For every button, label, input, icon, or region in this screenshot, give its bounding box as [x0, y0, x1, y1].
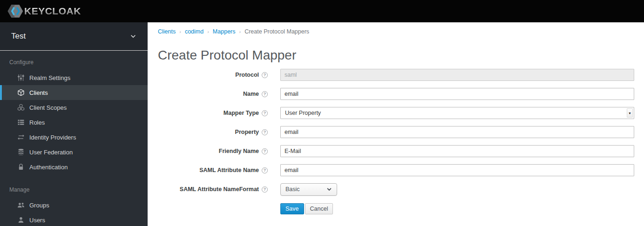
form-row-saml-attribute-name: SAML Attribute Name ?: [158, 164, 644, 176]
help-icon[interactable]: ?: [262, 186, 268, 193]
main-content: Clients › codimd › Mappers › Create Prot…: [148, 22, 644, 226]
top-bar: KEYCLOAK: [0, 0, 644, 22]
protocol-input: [280, 69, 634, 81]
help-icon[interactable]: ?: [262, 148, 268, 154]
select-arrow-icon: ▼: [627, 108, 633, 118]
friendly-name-input[interactable]: [280, 145, 634, 157]
breadcrumb-separator: ›: [239, 29, 241, 34]
sidebar-item-label: Roles: [29, 119, 45, 126]
sidebar-item-clients[interactable]: Clients: [0, 85, 148, 100]
friendly-name-label: Friendly Name ?: [158, 148, 280, 154]
realm-selector[interactable]: Test: [0, 22, 148, 51]
form-row-name: Name ?: [158, 88, 644, 100]
database-icon: [17, 148, 25, 156]
form-row-friendly-name: Friendly Name ?: [158, 145, 644, 157]
sidebar-item-label: Client Scopes: [29, 104, 67, 111]
mapper-type-label: Mapper Type ?: [158, 110, 280, 116]
cube-icon: [17, 89, 25, 96]
sidebar-item-label: User Federation: [29, 149, 73, 156]
sidebar-item-label: Groups: [29, 202, 49, 209]
sidebar-item-label: Authentication: [29, 164, 68, 171]
sidebar-item-label: Realm Settings: [29, 74, 70, 81]
breadcrumb-clients-link[interactable]: Clients: [158, 28, 176, 35]
sidebar-item-label: Identity Providers: [29, 134, 76, 141]
property-label: Property ?: [158, 129, 280, 135]
name-input[interactable]: [280, 88, 634, 100]
lock-icon: [17, 163, 25, 171]
realm-name: Test: [11, 32, 26, 41]
breadcrumb-separator: ›: [179, 29, 181, 34]
breadcrumb: Clients › codimd › Mappers › Create Prot…: [158, 28, 644, 35]
exchange-icon: [17, 133, 25, 141]
save-button[interactable]: Save: [280, 203, 304, 214]
form-row-property: Property ?: [158, 126, 644, 138]
cancel-button[interactable]: Cancel: [305, 203, 333, 214]
nav-section-manage: Manage: [0, 184, 148, 198]
list-icon: [17, 119, 25, 126]
saml-nameformat-label: SAML Attribute NameFormat ?: [158, 186, 280, 193]
sidebar-item-realm-settings[interactable]: Realm Settings: [0, 70, 148, 85]
help-icon[interactable]: ?: [262, 91, 268, 97]
users-icon: [17, 201, 25, 209]
sidebar-item-users[interactable]: Users: [0, 213, 148, 226]
cubes-icon: [17, 104, 25, 111]
name-label: Name ?: [158, 91, 280, 97]
sidebar-item-identity-providers[interactable]: Identity Providers: [0, 130, 148, 145]
sidebar-item-label: Users: [29, 217, 45, 224]
keycloak-logo-icon: [7, 4, 23, 18]
sidebar-item-roles[interactable]: Roles: [0, 115, 148, 130]
sidebar-item-authentication[interactable]: Authentication: [0, 160, 148, 174]
page-title: Create Protocol Mapper: [158, 47, 644, 63]
sidebar-item-groups[interactable]: Groups: [0, 198, 148, 213]
sidebar-item-client-scopes[interactable]: Client Scopes: [0, 100, 148, 115]
breadcrumb-separator: ›: [207, 29, 209, 34]
chevron-down-icon: [130, 33, 136, 40]
mapper-type-select[interactable]: User Property ▼: [280, 107, 634, 119]
help-icon[interactable]: ?: [262, 72, 268, 78]
saml-attribute-name-input[interactable]: [280, 164, 634, 176]
help-icon[interactable]: ?: [262, 110, 268, 116]
form-row-protocol: Protocol ?: [158, 69, 644, 81]
form-row-saml-nameformat: SAML Attribute NameFormat ? Basic: [158, 183, 644, 195]
keycloak-logo-text: KEYCLOAK: [24, 6, 81, 17]
property-input[interactable]: [280, 126, 634, 138]
nav-section-configure: Configure: [0, 56, 148, 70]
saml-nameformat-select[interactable]: Basic: [280, 183, 337, 196]
breadcrumb-current: Create Protocol Mappers: [244, 28, 309, 35]
saml-attribute-name-label: SAML Attribute Name ?: [158, 167, 280, 173]
chevron-down-icon: [326, 186, 332, 192]
sidebar-nav: Configure Realm Settings Clients Client …: [0, 51, 148, 226]
sliders-icon: [17, 74, 25, 81]
breadcrumb-mappers-link[interactable]: Mappers: [213, 28, 236, 35]
form-buttons: Save Cancel: [280, 203, 644, 214]
keycloak-logo[interactable]: KEYCLOAK: [7, 4, 81, 18]
breadcrumb-codimd-link[interactable]: codimd: [185, 28, 203, 35]
sidebar-item-label: Clients: [29, 89, 48, 96]
sidebar: Test Configure Realm Settings Clients Cl…: [0, 22, 148, 226]
user-icon: [17, 216, 25, 224]
sidebar-item-user-federation[interactable]: User Federation: [0, 145, 148, 160]
help-icon[interactable]: ?: [262, 167, 268, 173]
protocol-label: Protocol ?: [158, 72, 280, 78]
help-icon[interactable]: ?: [262, 129, 268, 135]
create-mapper-form: Protocol ? Name ? Mapper Type ?: [158, 69, 644, 214]
form-row-mapper-type: Mapper Type ? User Property ▼: [158, 107, 644, 119]
